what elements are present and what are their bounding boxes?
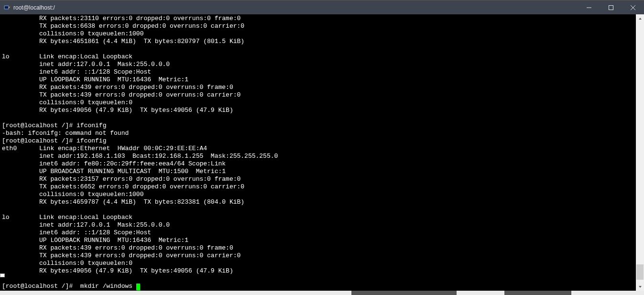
terminal-line: -bash: ifconifg: command not found (2, 130, 634, 137)
terminal-line: lo Link encap:Local Loopback (2, 53, 634, 61)
terminal-line: UP LOOPBACK RUNNING MTU:16436 Metric:1 (2, 237, 634, 244)
window-controls (578, 0, 644, 14)
terminal-line: TX packets:439 errors:0 dropped:0 overru… (2, 252, 634, 260)
terminal-line (2, 114, 634, 122)
terminal-line: inet6 addr: ::1/128 Scope:Host (2, 68, 634, 76)
svg-rect-1 (5, 6, 8, 9)
titlebar[interactable]: root@localhost:/ (0, 0, 644, 14)
window-title: root@localhost:/ (13, 4, 578, 11)
terminal-line: RX bytes:49056 (47.9 KiB) TX bytes:49056… (2, 107, 634, 114)
terminal-area: RX packets:23110 errors:0 dropped:0 over… (0, 14, 644, 291)
background-fragment (0, 273, 5, 277)
terminal-line: RX packets:23157 errors:0 dropped:0 over… (2, 175, 634, 183)
terminal-line: lo Link encap:Local Loopback (2, 214, 634, 221)
putty-icon (4, 4, 11, 11)
cursor (136, 284, 140, 290)
terminal-line: RX packets:23110 errors:0 dropped:0 over… (2, 15, 634, 22)
scroll-up-button[interactable] (636, 14, 644, 22)
terminal-line: collisions:0 txqueuelen:1000 (2, 191, 634, 198)
terminal-line: RX bytes:4659787 (4.4 MiB) TX bytes:8233… (2, 198, 634, 206)
terminal-line: TX packets:6638 errors:0 dropped:0 overr… (2, 22, 634, 30)
maximize-button[interactable] (600, 0, 622, 14)
terminal-line: RX packets:439 errors:0 dropped:0 overru… (2, 84, 634, 91)
terminal-line: inet6 addr: ::1/128 Scope:Host (2, 229, 634, 237)
terminal-line: inet6 addr: fe80::20c:29ff:feee:eea4/64 … (2, 160, 634, 168)
terminal-output[interactable]: RX packets:23110 errors:0 dropped:0 over… (0, 14, 636, 291)
terminal-line: RX bytes:4651861 (4.4 MiB) TX bytes:8207… (2, 38, 634, 45)
terminal-line: UP LOOPBACK RUNNING MTU:16436 Metric:1 (2, 76, 634, 84)
terminal-prompt-line[interactable]: [root@localhost /]# mkdir /windows (2, 283, 634, 290)
terminal-line: RX packets:439 errors:0 dropped:0 overru… (2, 244, 634, 252)
terminal-window: root@localhost:/ RX packets:23110 errors… (0, 0, 644, 291)
terminal-line: RX bytes:49056 (47.9 KiB) TX bytes:49056… (2, 267, 634, 275)
current-command: mkdir /windows (76, 283, 136, 290)
terminal-line: collisions:0 txqueuelen:0 (2, 99, 634, 107)
terminal-line: inet addr:192.168.1.103 Bcast:192.168.1.… (2, 153, 634, 160)
scroll-track[interactable] (636, 22, 644, 283)
terminal-line: inet addr:127.0.0.1 Mask:255.0.0.0 (2, 61, 634, 68)
terminal-line: TX packets:439 errors:0 dropped:0 overru… (2, 91, 634, 99)
terminal-line: collisions:0 txqueuelen:0 (2, 260, 634, 267)
close-button[interactable] (622, 0, 644, 14)
terminal-line: eth0 Link encap:Ethernet HWaddr 00:0C:29… (2, 145, 634, 153)
terminal-line: inet addr:127.0.0.1 Mask:255.0.0.0 (2, 221, 634, 229)
vertical-scrollbar[interactable] (636, 14, 644, 291)
terminal-line: UP BROADCAST RUNNING MULTICAST MTU:1500 … (2, 168, 634, 175)
desktop-strip (0, 291, 644, 295)
terminal-line (2, 45, 634, 53)
prompt: [root@localhost /]# (2, 283, 76, 290)
terminal-line: [root@localhost /]# ifconfig (2, 137, 634, 145)
minimize-button[interactable] (578, 0, 600, 14)
terminal-line: TX packets:6652 errors:0 dropped:0 overr… (2, 183, 634, 191)
terminal-line: [root@localhost /]# ifconifg (2, 122, 634, 130)
terminal-line (2, 275, 634, 283)
scroll-down-button[interactable] (636, 283, 644, 291)
svg-rect-2 (609, 5, 613, 10)
scroll-thumb[interactable] (636, 264, 644, 280)
terminal-line: collisions:0 txqueuelen:1000 (2, 30, 634, 38)
terminal-line (2, 206, 634, 214)
